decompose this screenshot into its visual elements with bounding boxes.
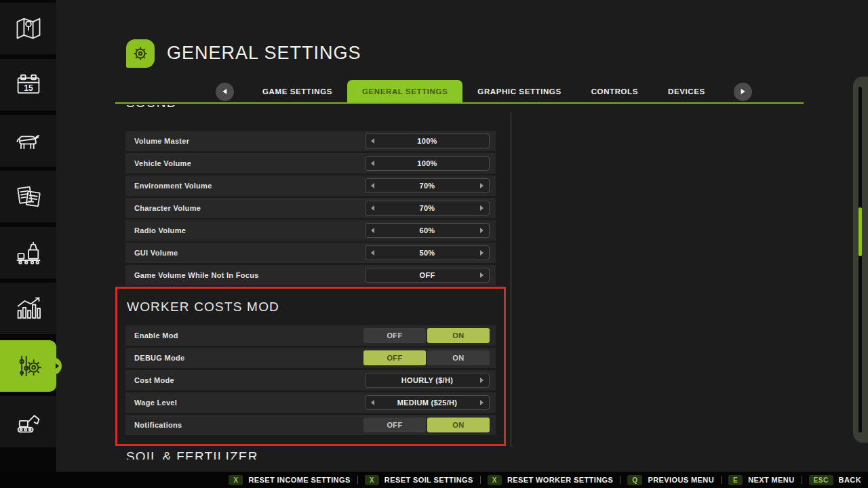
notifications-on-button[interactable]: ON (427, 418, 490, 432)
radio-volume-stepper[interactable]: 60% (365, 223, 490, 238)
sidebar-item-production[interactable] (0, 227, 56, 279)
footer-hint-bar: X RESET INCOME SETTINGS X RESET SOIL SET… (0, 472, 868, 488)
calendar-icon: 15 (14, 70, 43, 100)
setting-row-game-volume-focus: Game Volume While Not In Focus OFF (125, 265, 496, 285)
key-q-badge[interactable]: Q (627, 475, 642, 485)
setting-row-radio-volume: Radio Volume 60% (125, 220, 496, 241)
settings-screen: 15 (0, 0, 868, 488)
wage-level-stepper[interactable]: MEDIUM ($25/H) (365, 395, 490, 410)
sidebar-item-statistics[interactable] (0, 283, 56, 334)
tab-bar: GAME SETTINGS GENERAL SETTINGS GRAPHIC S… (216, 80, 752, 103)
content-scrollbar-track[interactable] (511, 112, 511, 447)
stepper-right-arrow-icon[interactable] (480, 205, 484, 211)
enable-mod-on-button[interactable]: ON (427, 328, 490, 343)
tab-game-settings[interactable]: GAME SETTINGS (248, 80, 347, 103)
setting-row-debug-mode: DEBUG Mode OFF ON (125, 348, 496, 368)
stepper-left-arrow-icon[interactable] (371, 228, 374, 233)
hint-divider (721, 476, 722, 484)
tabs-prev-button[interactable] (216, 83, 234, 101)
stepper-left-arrow-icon[interactable] (371, 250, 374, 256)
setting-row-vehicle-volume: Vehicle Volume 100% (125, 153, 496, 174)
page-scrollbar-thumb[interactable] (859, 207, 862, 256)
excavator-icon (14, 407, 43, 436)
active-item-notch (51, 357, 62, 375)
section-title-sound: SOUND (126, 105, 177, 110)
setting-row-enable-mod: Enable Mod OFF ON (125, 325, 496, 346)
hint-next-menu: E NEXT MENU (728, 475, 795, 485)
stepper-left-arrow-icon[interactable] (371, 205, 374, 211)
tab-controls[interactable]: CONTROLS (576, 80, 653, 103)
hint-previous-menu: Q PREVIOUS MENU (627, 475, 714, 485)
stepper-right-arrow-icon[interactable] (480, 400, 484, 405)
enable-mod-off-button[interactable]: OFF (363, 328, 426, 343)
cost-mode-stepper[interactable]: HOURLY ($/H) (365, 373, 490, 388)
notifications-toggle: OFF ON (362, 418, 490, 432)
setting-row-gui-volume: GUI Volume 50% (125, 243, 496, 263)
tab-general-settings[interactable]: GENERAL SETTINGS (347, 80, 462, 103)
notifications-off-button[interactable]: OFF (363, 418, 426, 432)
volume-master-stepper[interactable]: 100% (365, 134, 490, 148)
gear-icon (130, 43, 151, 64)
hint-divider (620, 476, 620, 484)
production-icon (14, 238, 43, 268)
tab-devices[interactable]: DEVICES (653, 80, 720, 103)
setting-row-notifications: Notifications OFF ON (125, 415, 496, 435)
setting-row-wage-level: Wage Level MEDIUM ($25/H) (125, 392, 496, 413)
hint-reset-soil: X RESET SOIL SETTINGS (365, 475, 473, 485)
map-icon (14, 14, 43, 43)
tab-graphic-settings[interactable]: GRAPHIC SETTINGS (462, 80, 576, 103)
setting-row-environment-volume: Environment Volume 70% (125, 176, 496, 196)
debug-mode-off-button[interactable]: OFF (363, 350, 426, 365)
stepper-right-arrow-icon[interactable] (480, 228, 484, 233)
statistics-icon (14, 293, 43, 323)
hint-reset-worker: X RESET WORKER SETTINGS (488, 475, 613, 485)
documents-icon (14, 182, 43, 211)
enable-mod-toggle: OFF ON (362, 328, 490, 343)
settings-scroll-area: SOUND Volume Master 100% Vehicle Volume … (115, 105, 512, 460)
page-title: GENERAL SETTINGS (167, 43, 361, 64)
sidebar-item-settings[interactable] (0, 340, 56, 392)
environment-volume-stepper[interactable]: 70% (365, 178, 490, 193)
page-scrollbar[interactable] (853, 77, 868, 443)
setting-row-character-volume: Character Volume 70% (125, 198, 496, 218)
svg-text:15: 15 (24, 83, 33, 93)
stepper-left-arrow-icon[interactable] (371, 183, 374, 188)
sidebar-item-contracts[interactable] (0, 171, 56, 222)
section-title-worker-costs-mod: WORKER COSTS MOD (127, 300, 279, 314)
stepper-right-arrow-icon[interactable] (480, 272, 484, 278)
sidebar-item-map[interactable] (0, 3, 56, 54)
stepper-left-arrow-icon[interactable] (371, 161, 374, 166)
key-esc-badge[interactable]: ESC (809, 475, 833, 485)
debug-mode-on-button[interactable]: ON (427, 350, 490, 365)
stepper-left-arrow-icon[interactable] (371, 138, 374, 144)
game-volume-focus-stepper[interactable]: OFF (365, 268, 490, 283)
stepper-right-arrow-icon[interactable] (480, 250, 484, 256)
setting-row-volume-master: Volume Master 100% (125, 131, 496, 151)
stepper-left-arrow-icon[interactable] (371, 400, 374, 405)
page-scrollbar-track[interactable] (859, 87, 862, 432)
page-icon-tile (126, 39, 155, 68)
hint-divider (802, 476, 802, 484)
sidebar-item-construction[interactable] (0, 396, 56, 447)
tabs-next-button[interactable] (734, 83, 752, 101)
debug-mode-toggle: OFF ON (362, 350, 490, 365)
sidebar: 15 (0, 0, 56, 488)
gui-volume-stepper[interactable]: 50% (365, 245, 490, 260)
setting-row-cost-mode: Cost Mode HOURLY ($/H) (125, 370, 496, 390)
hint-divider (480, 476, 481, 484)
character-volume-stepper[interactable]: 70% (365, 201, 490, 216)
stepper-right-arrow-icon[interactable] (480, 378, 484, 383)
key-e-badge[interactable]: E (728, 475, 743, 485)
tab-underline (115, 102, 804, 104)
section-title-soil-fertilizer: SOIL & FERTILIZER (126, 449, 258, 460)
cow-icon (14, 126, 43, 156)
hint-divider (357, 476, 358, 484)
vehicle-volume-stepper[interactable]: 100% (365, 156, 490, 171)
sidebar-item-animals[interactable] (0, 115, 56, 167)
key-x-badge[interactable]: X (488, 475, 502, 485)
key-x-badge[interactable]: X (229, 475, 243, 485)
sidebar-item-calendar[interactable]: 15 (0, 59, 56, 110)
key-x-badge[interactable]: X (365, 475, 379, 485)
hint-reset-income: X RESET INCOME SETTINGS (229, 475, 350, 485)
stepper-right-arrow-icon[interactable] (480, 183, 484, 188)
